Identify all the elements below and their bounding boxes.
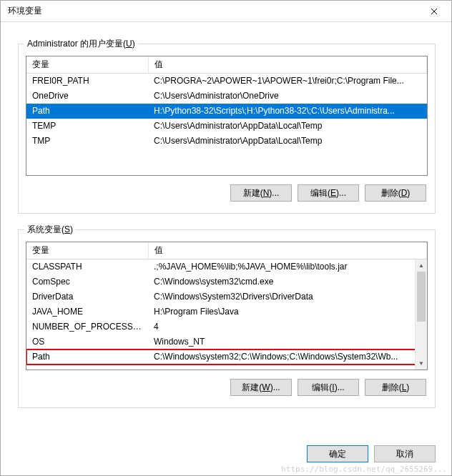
table-row[interactable]: JAVA_HOMEH:\Program Files\Java [26, 304, 427, 319]
watermark-text: https://blog.csdn.net/qq_2655269... [281, 465, 447, 474]
system-button-row: 新建(W)... 编辑(I)... 删除(L) [26, 379, 426, 396]
cell-var-value: C:\Windows\system32;C:\Windows;C:\Window… [148, 349, 427, 365]
system-delete-button[interactable]: 删除(L) [365, 379, 426, 396]
user-header-name[interactable]: 变量 [26, 56, 148, 74]
btn-key: E [330, 188, 336, 198]
titlebar: 环境变量 [1, 1, 451, 22]
cell-var-value: C:\Users\Administrator\AppData\Local\Tem… [148, 119, 427, 134]
system-header-value[interactable]: 值 [148, 242, 427, 259]
user-button-row: 新建(N)... 编辑(E)... 删除(D) [26, 184, 426, 202]
user-group-label: Administrator 的用户变量(U) [24, 38, 138, 50]
close-button[interactable] [420, 1, 448, 21]
cell-var-value: C:\Users\Administrator\AppData\Local\Tem… [148, 134, 427, 149]
cancel-button[interactable]: 取消 [374, 445, 436, 462]
cell-var-value: C:\Users\Administrator\OneDrive [148, 89, 427, 104]
btn-label-post: )... [269, 188, 279, 198]
cell-var-value: .;%JAVA_HOME%\lib;%JAVA_HOME%\lib\tools.… [148, 259, 427, 274]
cell-var-name: TMP [26, 134, 148, 149]
cell-var-name: OS [26, 334, 148, 349]
cell-var-name: DriverData [26, 289, 148, 304]
btn-key: W [262, 382, 270, 392]
user-group-label-key: U [126, 39, 132, 49]
cell-var-name: Path [26, 104, 148, 119]
dialog-button-row: 确定 取消 [307, 445, 436, 462]
cell-var-value: C:\PROGRA~2\APOWER~1\APOWER~1\frei0r;C:\… [148, 74, 427, 89]
table-row[interactable]: TMPC:\Users\Administrator\AppData\Local\… [26, 134, 427, 149]
cell-var-name: FREI0R_PATH [26, 74, 148, 89]
cell-var-value: H:\Python38-32\Scripts\;H:\Python38-32\;… [148, 104, 427, 119]
system-new-button[interactable]: 新建(W)... [230, 379, 292, 396]
table-row[interactable]: PathH:\Python38-32\Scripts\;H:\Python38-… [26, 104, 427, 119]
user-header-value[interactable]: 值 [148, 56, 427, 74]
system-edit-button[interactable]: 编辑(I)... [298, 379, 359, 396]
system-group-label-suffix: ) [70, 224, 73, 234]
env-variables-dialog: 环境变量 Administrator 的用户变量(U) 变量 值 FREI0R_… [0, 0, 452, 476]
scroll-down-icon[interactable]: ▼ [416, 357, 427, 370]
dialog-content: Administrator 的用户变量(U) 变量 值 FREI0R_PATHC… [1, 22, 451, 421]
system-group-label-prefix: 系统变量( [27, 224, 64, 234]
user-edit-button[interactable]: 编辑(E)... [298, 184, 359, 202]
cell-var-name: Path [26, 349, 148, 365]
cell-var-name: CLASSPATH [26, 259, 148, 274]
btn-label-pre: 新建( [243, 188, 263, 198]
cell-var-name: OneDrive [26, 89, 148, 104]
btn-label-post: )... [270, 382, 280, 392]
user-table-container: 变量 值 FREI0R_PATHC:\PROGRA~2\APOWER~1\APO… [26, 56, 428, 176]
scroll-thumb[interactable] [417, 272, 426, 322]
table-row[interactable]: OneDriveC:\Users\Administrator\OneDrive [26, 89, 427, 104]
btn-label-post: ) [407, 188, 410, 198]
system-variables-table[interactable]: 变量 值 CLASSPATH.;%JAVA_HOME%\lib;%JAVA_HO… [26, 242, 427, 365]
cell-var-name: JAVA_HOME [26, 304, 148, 319]
system-scrollbar[interactable]: ▲ ▼ [415, 259, 427, 370]
table-row[interactable]: DriverDataC:\Windows\System32\Drivers\Dr… [26, 289, 427, 304]
cell-var-name: ComSpec [26, 274, 148, 289]
user-group-label-prefix: Administrator 的用户变量( [27, 39, 126, 49]
btn-label-pre: 编辑( [310, 188, 330, 198]
cell-var-value: C:\Windows\System32\Drivers\DriverData [148, 289, 427, 304]
user-variables-group: Administrator 的用户变量(U) 变量 值 FREI0R_PATHC… [18, 44, 436, 214]
cell-var-name: TEMP [26, 119, 148, 134]
table-row[interactable]: CLASSPATH.;%JAVA_HOME%\lib;%JAVA_HOME%\l… [26, 259, 427, 274]
btn-label-pre: 编辑( [312, 382, 332, 392]
table-row[interactable]: ComSpecC:\Windows\system32\cmd.exe [26, 274, 427, 289]
btn-label-post: ) [406, 382, 409, 392]
system-table-container: 变量 值 CLASSPATH.;%JAVA_HOME%\lib;%JAVA_HO… [26, 242, 428, 370]
user-new-button[interactable]: 新建(N)... [230, 184, 292, 202]
ok-button[interactable]: 确定 [307, 445, 368, 462]
table-row[interactable]: TEMPC:\Users\Administrator\AppData\Local… [26, 119, 427, 134]
table-row[interactable]: PathC:\Windows\system32;C:\Windows;C:\Wi… [26, 349, 427, 365]
user-delete-button[interactable]: 删除(D) [365, 184, 426, 202]
table-row[interactable]: NUMBER_OF_PROCESSORS4 [26, 319, 427, 334]
table-row[interactable]: OSWindows_NT [26, 334, 427, 349]
btn-label-post: )... [335, 382, 345, 392]
cell-var-value: C:\Windows\system32\cmd.exe [148, 274, 427, 289]
cell-var-value: 4 [148, 319, 427, 334]
btn-label-pre: 删除( [382, 382, 402, 392]
btn-label-post: )... [336, 188, 346, 198]
scroll-up-icon[interactable]: ▲ [416, 259, 427, 272]
btn-label-pre: 新建( [242, 382, 262, 392]
close-icon [431, 8, 438, 15]
cell-var-name: NUMBER_OF_PROCESSORS [26, 319, 148, 334]
user-group-label-suffix: ) [132, 39, 135, 49]
cell-var-value: H:\Program Files\Java [148, 304, 427, 319]
system-group-label-key: S [64, 224, 70, 234]
system-header-name[interactable]: 变量 [26, 242, 148, 259]
titlebar-title: 环境变量 [8, 5, 42, 17]
system-group-label: 系统变量(S) [24, 224, 76, 236]
btn-label-pre: 删除( [381, 188, 401, 198]
user-variables-table[interactable]: 变量 值 FREI0R_PATHC:\PROGRA~2\APOWER~1\APO… [26, 56, 427, 149]
cell-var-value: Windows_NT [148, 334, 427, 349]
table-row[interactable]: FREI0R_PATHC:\PROGRA~2\APOWER~1\APOWER~1… [26, 74, 427, 89]
system-variables-group: 系统变量(S) 变量 值 CLASSPATH.;%JAVA_HOME%\lib;… [18, 229, 436, 408]
